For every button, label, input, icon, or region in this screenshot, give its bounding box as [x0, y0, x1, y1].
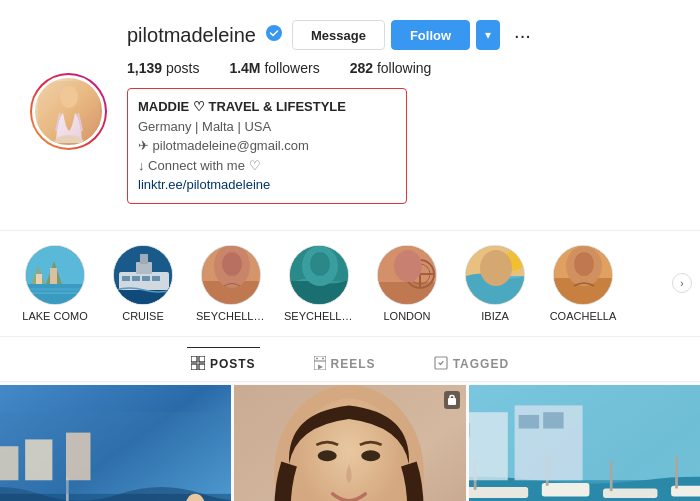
svg-point-1 — [60, 86, 78, 108]
stats-row: 1,139 posts 1.4M followers 282 following — [127, 60, 670, 76]
svg-rect-42 — [191, 356, 197, 362]
svg-point-26 — [310, 252, 330, 276]
tab-reels[interactable]: REELS — [310, 347, 380, 381]
highlight-circle-lake-como — [25, 245, 85, 305]
followers-stat[interactable]: 1.4M followers — [229, 60, 319, 76]
svg-rect-80 — [609, 461, 612, 491]
username: pilotmadeleine — [127, 24, 256, 47]
svg-rect-82 — [469, 412, 508, 480]
svg-rect-60 — [0, 446, 18, 480]
profile-top: pilotmadeleine Message Follow ▾ ··· — [30, 20, 670, 204]
highlight-label-cruise: CRUISE — [108, 310, 178, 322]
post-thumbnail-3[interactable] — [469, 385, 700, 502]
tab-posts-label: POSTS — [210, 357, 256, 371]
highlight-ibiza[interactable]: IBIZA — [460, 245, 530, 322]
post-lock-badge — [444, 391, 460, 409]
svg-point-48 — [316, 357, 318, 359]
message-button[interactable]: Message — [292, 20, 385, 50]
bio-email: ✈ pilotmadeleine@gmail.com — [138, 136, 396, 156]
action-buttons: Message Follow ▾ ··· — [292, 20, 539, 50]
bio-name-line: MADDIE ♡ TRAVEL & LIFESTYLE — [138, 97, 396, 117]
following-count: 282 — [350, 60, 373, 76]
highlight-label-lake-como: LAKE COMO — [20, 310, 90, 322]
svg-point-3 — [266, 25, 282, 41]
svg-rect-70 — [448, 398, 456, 405]
followers-label: followers — [264, 60, 319, 76]
svg-rect-62 — [66, 432, 90, 480]
svg-rect-43 — [199, 356, 205, 362]
post-thumbnail-1[interactable] — [0, 385, 231, 502]
bio-box: MADDIE ♡ TRAVEL & LIFESTYLE Germany | Ma… — [127, 88, 407, 204]
svg-rect-14 — [132, 276, 140, 281]
svg-rect-9 — [50, 268, 57, 284]
tagged-tab-icon — [434, 356, 448, 373]
tab-tagged[interactable]: TAGGED — [430, 347, 513, 381]
following-stat[interactable]: 282 following — [350, 60, 432, 76]
svg-point-69 — [362, 450, 381, 461]
highlight-label-seychelles2: SEYCHELLE... — [284, 310, 354, 322]
highlights-section: LAKE COMO CRUISE — [0, 231, 700, 337]
post-thumbnail-2[interactable] — [234, 385, 465, 502]
svg-rect-16 — [152, 276, 160, 281]
svg-rect-6 — [26, 288, 85, 291]
more-options-button[interactable]: ··· — [506, 20, 539, 50]
follow-dropdown-button[interactable]: ▾ — [476, 20, 500, 50]
highlights-next-button[interactable]: › — [672, 273, 692, 293]
highlight-seychelles2[interactable]: SEYCHELLE... — [284, 245, 354, 322]
bio-name: MADDIE ♡ TRAVEL & LIFESTYLE — [138, 99, 346, 114]
tab-reels-label: REELS — [331, 357, 376, 371]
svg-rect-45 — [199, 364, 205, 370]
svg-rect-84 — [469, 423, 470, 437]
svg-rect-15 — [142, 276, 150, 281]
posts-tab-icon — [191, 356, 205, 373]
svg-rect-8 — [36, 274, 42, 284]
svg-rect-5 — [26, 284, 85, 305]
highlight-circle-coachella — [553, 245, 613, 305]
svg-rect-44 — [191, 364, 197, 370]
svg-point-41 — [574, 252, 594, 276]
avatar-wrapper[interactable] — [30, 73, 107, 150]
posts-grid — [0, 382, 700, 502]
highlight-lake-como[interactable]: LAKE COMO — [20, 245, 90, 322]
posts-stat[interactable]: 1,139 posts — [127, 60, 199, 76]
highlight-coachella[interactable]: COACHELLA — [548, 245, 618, 322]
bio-connect: ↓ Connect with me ♡ — [138, 156, 396, 176]
highlight-circle-cruise — [113, 245, 173, 305]
highlight-label-london: LONDON — [372, 310, 442, 322]
svg-rect-74 — [469, 487, 528, 498]
svg-rect-81 — [675, 455, 678, 488]
following-label: following — [377, 60, 431, 76]
highlights-container: LAKE COMO CRUISE — [20, 245, 680, 322]
tabs-section: POSTS REELS TAGGED — [0, 337, 700, 382]
posts-label: posts — [166, 60, 199, 76]
highlight-circle-seychelles2 — [289, 245, 349, 305]
reels-tab-icon — [314, 356, 326, 373]
svg-rect-86 — [518, 414, 538, 428]
profile-section: pilotmadeleine Message Follow ▾ ··· — [0, 0, 700, 231]
highlight-circle-ibiza — [465, 245, 525, 305]
profile-info: pilotmadeleine Message Follow ▾ ··· — [127, 20, 670, 204]
svg-point-49 — [322, 357, 324, 359]
follow-button[interactable]: Follow — [391, 20, 470, 50]
posts-count: 1,139 — [127, 60, 162, 76]
bio-location: Germany | Malta | USA — [138, 117, 396, 137]
svg-point-22 — [222, 252, 242, 276]
tab-posts[interactable]: POSTS — [187, 347, 260, 381]
verified-icon — [266, 25, 282, 45]
highlight-cruise[interactable]: CRUISE — [108, 245, 178, 322]
tab-tagged-label: TAGGED — [453, 357, 509, 371]
svg-point-37 — [480, 250, 512, 286]
highlight-label-seychelles1: SEYCHELLE... — [196, 310, 266, 322]
bio-link[interactable]: linktr.ee/pilotmadeleine — [138, 177, 270, 192]
highlight-label-coachella: COACHELLA — [548, 310, 618, 322]
avatar — [32, 75, 105, 148]
followers-count: 1.4M — [229, 60, 260, 76]
username-row: pilotmadeleine Message Follow ▾ ··· — [127, 20, 670, 50]
svg-rect-87 — [543, 412, 563, 428]
highlight-seychelles1[interactable]: SEYCHELLE... — [196, 245, 266, 322]
highlight-circle-seychelles1 — [201, 245, 261, 305]
svg-rect-13 — [122, 276, 130, 281]
highlight-london[interactable]: LONDON — [372, 245, 442, 322]
svg-point-33 — [394, 250, 422, 282]
svg-rect-75 — [541, 482, 589, 496]
